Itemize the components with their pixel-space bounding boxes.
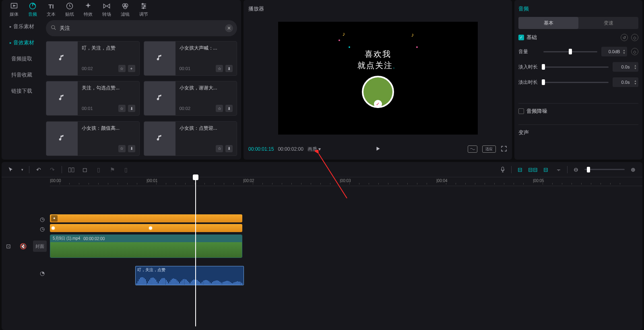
mark-out-tool[interactable]: ▯ (122, 165, 130, 174)
keyframe-knob[interactable] (51, 226, 56, 230)
quality-dropdown[interactable]: 画质 ▾ (308, 146, 321, 153)
side-item[interactable]: 音频提取 (4, 52, 39, 66)
fadein-value[interactable]: 0.0s▲▼ (613, 62, 638, 72)
fadeout-value[interactable]: 0.0s▲▼ (613, 77, 638, 87)
timeline-tracks[interactable]: ✦ 5月9日 (1).mp4 00:00:02:00 叮，关注，点赞 (50, 186, 642, 330)
preview-video[interactable]: ♪ • • ♪ • 喜欢我 就点关注。 ✓ (278, 22, 478, 135)
crop-tool[interactable]: ◻ (80, 165, 89, 174)
magnet-main-button[interactable]: ⊟ (516, 165, 524, 174)
media-tab-transition[interactable]: 转场 (99, 0, 114, 19)
result-thumb[interactable] (46, 81, 78, 115)
caret-icon: ▸ (10, 25, 12, 29)
track-mute-icon[interactable]: 🔇 (19, 242, 27, 251)
side-item[interactable]: 抖音收藏 (4, 68, 39, 82)
keyframe-button[interactable]: ◇ (631, 34, 638, 41)
zoom-slider[interactable] (584, 169, 625, 170)
result-item[interactable]: 小女孩：点赞迎... ☆ ⬇ (144, 121, 237, 156)
scope-button[interactable] (468, 145, 477, 153)
favorite-icon[interactable]: ☆ (118, 145, 126, 152)
result-item[interactable]: 小女孩，谢谢大... 00:02 ☆ ⬇ (144, 81, 237, 116)
tab-basic[interactable]: 基本 (518, 17, 578, 29)
select-tool[interactable] (6, 165, 15, 174)
side-item[interactable]: ▸音乐素材 (4, 19, 39, 34)
volume-value[interactable]: 0.0dB▲▼ (601, 47, 627, 56)
tab-label: 贴纸 (65, 11, 74, 17)
side-item[interactable]: ▸音效素材 (4, 35, 39, 50)
media-tab-audio[interactable]: 音频 (25, 0, 40, 19)
results-grid: 叮，关注，点赞 00:02 ☆ + 小女孩大声喊：... 00:01 ☆ ⬇ (46, 41, 237, 157)
align-button[interactable]: ⫟ (554, 165, 563, 174)
track-clock-icon[interactable]: ◷ (38, 215, 47, 224)
result-title: 小女孩大声喊：... (180, 45, 233, 52)
result-item[interactable]: 小女孩：颜值高... ☆ ⬇ (46, 121, 140, 156)
fullscreen-button[interactable] (501, 145, 507, 153)
play-button[interactable] (375, 146, 381, 153)
favorite-icon[interactable]: ☆ (216, 65, 223, 72)
magnet-link-button[interactable]: ⊟ (541, 165, 550, 174)
media-tab-adjust[interactable]: 调节 (136, 0, 151, 19)
playhead[interactable] (193, 174, 198, 180)
magnet-snap-button[interactable]: ⊟⊟ (528, 165, 537, 174)
track-lock-icon[interactable]: ⊡ (4, 242, 13, 251)
favorite-icon[interactable]: ☆ (118, 65, 126, 72)
mark-in-tool[interactable]: ▯ (94, 165, 103, 174)
zoom-out-button[interactable]: ⊖ (572, 165, 580, 174)
zoom-in-button[interactable]: ⊕ (629, 165, 638, 174)
media-tab-effect[interactable]: 特效 (80, 0, 96, 19)
favorite-icon[interactable]: ☆ (216, 105, 223, 112)
tab-speed[interactable]: 变速 (578, 17, 638, 29)
basic-checkbox[interactable]: 基础 (518, 34, 537, 41)
denoise-checkbox[interactable]: 音频降噪 (518, 108, 638, 115)
result-thumb[interactable] (144, 81, 175, 115)
keyframe-knob[interactable] (148, 226, 153, 230)
result-item[interactable]: 小女孩大声喊：... 00:01 ☆ ⬇ (144, 41, 237, 76)
video-clip[interactable]: 5月9日 (1).mp4 00:00:02:00 (50, 235, 242, 258)
fadein-slider[interactable] (543, 66, 609, 68)
sticker-clip[interactable]: ✦ (50, 214, 242, 222)
timeline-ruler[interactable]: |00:00|00:01|00:02|00:03|00:04|00:05 (50, 177, 642, 186)
audio-clip[interactable]: 叮，关注，点赞 (135, 266, 244, 285)
volume-slider[interactable] (543, 51, 597, 52)
favorite-icon[interactable]: ☆ (118, 105, 126, 112)
undo-button[interactable]: ↶ (34, 165, 43, 174)
fit-button[interactable]: 适应 (482, 145, 496, 153)
download-icon[interactable]: ⬇ (128, 105, 135, 112)
result-title: 叮，关注，点赞 (82, 45, 135, 52)
redo-button[interactable]: ↷ (48, 165, 57, 174)
track-lock-icon[interactable]: ◔ (38, 269, 47, 278)
record-button[interactable] (498, 165, 507, 174)
result-thumb[interactable] (46, 42, 78, 75)
preview-avatar-circle: ✓ (362, 76, 394, 108)
checkbox-icon (518, 108, 524, 114)
volume-keyframe[interactable]: ◇ (631, 48, 638, 55)
cover-button[interactable]: 封面 (33, 241, 47, 252)
media-panel: 媒体音频TI文本贴纸特效转场滤镜调节 ▸音乐素材▸音效素材音频提取抖音收藏链接下… (2, 0, 241, 160)
result-title: 小女孩：点赞迎... (180, 125, 233, 132)
fadeout-slider[interactable] (543, 82, 609, 83)
media-tab-text[interactable]: TI文本 (43, 0, 59, 19)
download-icon[interactable]: ⬇ (225, 145, 233, 152)
download-icon[interactable]: ⬇ (225, 65, 233, 72)
sticker-clip-2[interactable] (50, 224, 242, 232)
track-clock-icon[interactable]: ◷ (38, 224, 47, 233)
clear-search-icon[interactable]: ✕ (225, 24, 233, 32)
reset-button[interactable]: ↺ (621, 34, 628, 41)
result-item[interactable]: 叮，关注，点赞 00:02 ☆ + (46, 41, 140, 76)
select-dropdown[interactable]: ▾ (20, 165, 24, 174)
mark-tool[interactable]: ⚑ (108, 165, 117, 174)
add-icon[interactable]: + (128, 65, 135, 72)
result-item[interactable]: 关注，勾选点赞... 00:01 ☆ ⬇ (46, 81, 140, 116)
result-thumb[interactable] (144, 122, 175, 156)
media-tab-media[interactable]: 媒体 (6, 0, 22, 19)
result-thumb[interactable] (144, 42, 175, 75)
media-tab-sticker[interactable]: 贴纸 (62, 0, 77, 19)
side-item[interactable]: 链接下载 (4, 84, 39, 98)
download-icon[interactable]: ⬇ (128, 145, 135, 152)
media-tab-filter[interactable]: 滤镜 (118, 0, 133, 19)
favorite-icon[interactable]: ☆ (216, 145, 223, 152)
split-tool[interactable]: ⌷⌷ (67, 165, 76, 174)
media-side-nav: ▸音乐素材▸音效素材音频提取抖音收藏链接下载 (2, 18, 42, 160)
result-thumb[interactable] (46, 122, 78, 156)
download-icon[interactable]: ⬇ (225, 105, 233, 112)
search-input[interactable] (46, 20, 237, 36)
